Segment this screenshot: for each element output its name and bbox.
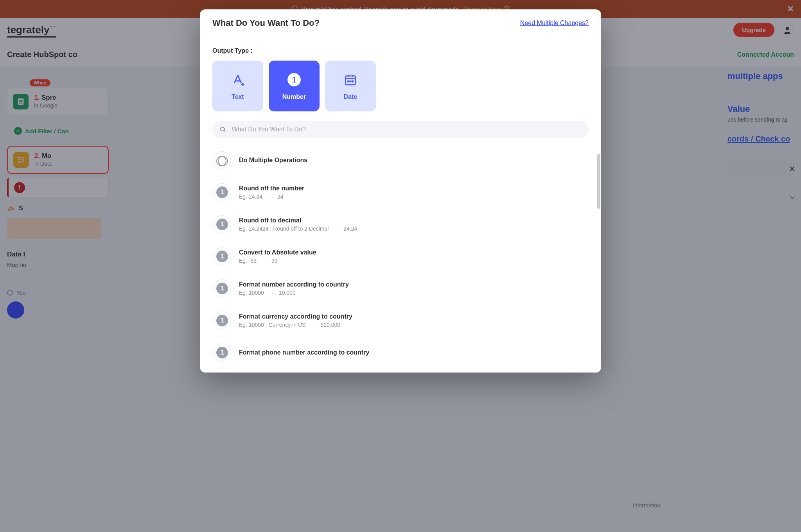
output-type-date[interactable]: Date: [325, 61, 376, 111]
output-type-label: Output Type :: [212, 47, 589, 54]
op-absolute-value[interactable]: 1 Convert to Absolute value Eg. -33 → 33: [212, 240, 589, 272]
operation-search[interactable]: [212, 121, 589, 138]
op-round-decimal[interactable]: 1 Round off to decimal Eg. 24.2424 : Rou…: [212, 208, 589, 240]
arrow-right-icon: →: [269, 290, 274, 296]
op-multiple-operations[interactable]: Do Multiple Operations: [212, 144, 589, 176]
calendar-icon: [342, 72, 359, 88]
number-badge-icon: 1: [213, 312, 231, 330]
svg-point-11: [348, 81, 349, 82]
search-icon: [219, 126, 226, 133]
arrow-right-icon: →: [261, 258, 267, 264]
svg-point-13: [352, 81, 353, 82]
output-type-text[interactable]: Text: [212, 61, 263, 111]
number-badge-icon: 1: [213, 247, 231, 265]
scrollbar[interactable]: [597, 154, 600, 209]
number-icon: 1: [286, 72, 302, 88]
operation-picker-modal: What Do You Want To Do? Need Multiple Ch…: [200, 9, 601, 373]
number-badge-icon: 1: [213, 279, 231, 297]
number-badge-icon: 1: [213, 344, 231, 362]
number-badge-icon: 1: [213, 215, 231, 233]
arrow-right-icon: →: [333, 226, 339, 232]
multiple-changes-link[interactable]: Need Multiple Changes?: [520, 20, 589, 27]
arrow-right-icon: →: [310, 322, 316, 328]
output-type-number[interactable]: 1 Number: [269, 61, 320, 111]
svg-point-14: [221, 127, 224, 131]
output-type-row: Text 1 Number Date: [212, 61, 589, 111]
number-badge-icon: 1: [213, 183, 231, 201]
arrow-right-icon: →: [267, 193, 273, 200]
modal-title: What Do You Want To Do?: [212, 18, 320, 28]
op-format-phone-country[interactable]: 1 Format phone number according to count…: [212, 337, 589, 369]
svg-rect-10: [345, 76, 356, 85]
op-round-off[interactable]: 1 Round off the number Eg. 24.24 → 24: [212, 176, 589, 208]
text-icon: [230, 72, 246, 88]
op-format-currency-country[interactable]: 1 Format currency according to country E…: [212, 305, 589, 337]
svg-point-12: [350, 81, 351, 82]
op-format-number-country[interactable]: 1 Format number according to country Eg.…: [212, 272, 589, 305]
operation-list: Do Multiple Operations 1 Round off the n…: [212, 144, 589, 369]
venn-icon: [213, 151, 231, 169]
operation-search-input[interactable]: [232, 126, 582, 133]
